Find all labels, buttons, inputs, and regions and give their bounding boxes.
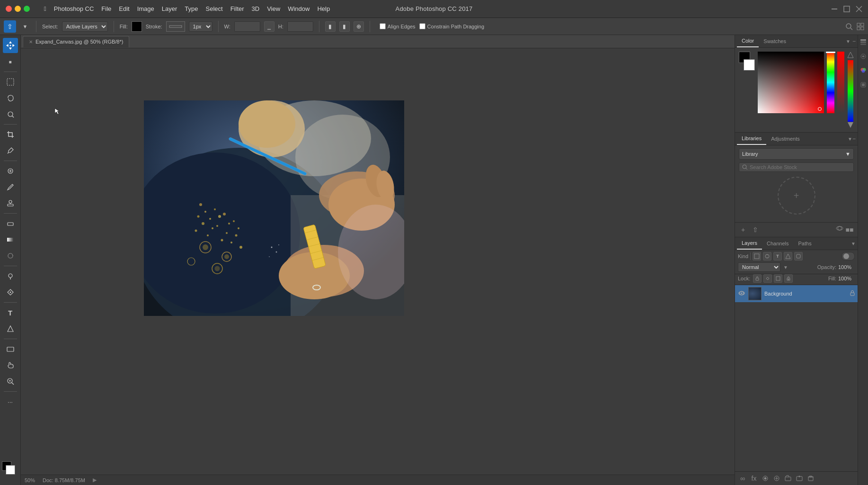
- restore-icon[interactable]: [843, 6, 850, 12]
- tab-close-btn[interactable]: ✕: [29, 39, 33, 45]
- status-arrow-btn[interactable]: ▶: [93, 477, 97, 483]
- stock-search[interactable]: [739, 162, 854, 172]
- zoom-btn[interactable]: [3, 374, 18, 389]
- menu-edit[interactable]: Edit: [119, 5, 129, 12]
- artboard-tool-btn[interactable]: ■: [3, 54, 18, 69]
- color-strip-bar[interactable]: [848, 60, 853, 122]
- panel-options-btn[interactable]: ▼: [846, 39, 850, 44]
- search-icon[interactable]: [845, 23, 853, 30]
- share-library-btn[interactable]: ⇧: [750, 225, 761, 235]
- minimize-button[interactable]: [15, 6, 21, 12]
- extras-toggle[interactable]: ▼: [20, 21, 30, 32]
- align-center-btn[interactable]: ▮: [339, 21, 350, 32]
- color-spectrum[interactable]: [758, 52, 824, 113]
- text-btn[interactable]: T: [3, 305, 18, 320]
- align-left-btn[interactable]: ▮: [325, 21, 336, 32]
- layer-fx-btn[interactable]: fx: [749, 474, 759, 483]
- libraries-collapse-btn[interactable]: −: [852, 135, 856, 142]
- kind-toggle[interactable]: [841, 252, 855, 260]
- align-edges-checkbox[interactable]: [380, 23, 386, 29]
- menu-image[interactable]: Image: [137, 5, 154, 12]
- link-aspect-btn[interactable]: ⎯: [264, 21, 275, 32]
- stamp-btn[interactable]: [3, 196, 18, 211]
- close-button[interactable]: [6, 6, 12, 12]
- tab-channels[interactable]: Channels: [762, 238, 793, 249]
- stroke-color-swatch[interactable]: [166, 21, 185, 32]
- library-empty-state[interactable]: +: [778, 177, 815, 215]
- fill-value[interactable]: 100%: [838, 276, 855, 281]
- menu-view[interactable]: View: [267, 5, 280, 12]
- color-panel-collapse[interactable]: −: [852, 38, 856, 45]
- lock-pixels-btn[interactable]: [753, 274, 762, 283]
- hand-btn[interactable]: [3, 358, 18, 373]
- layer-link-btn[interactable]: ∞: [738, 474, 747, 483]
- kind-text-icon[interactable]: T: [773, 252, 782, 260]
- opacity-value[interactable]: 100%: [838, 264, 855, 270]
- stroke-size-select[interactable]: 1px2px3px: [189, 21, 213, 32]
- alpha-slider[interactable]: [837, 52, 844, 113]
- layers-strip-icon[interactable]: [860, 39, 867, 45]
- pen-btn[interactable]: [3, 285, 18, 300]
- layers-options-btn[interactable]: ▼: [851, 241, 856, 246]
- layer-item[interactable]: Background: [735, 285, 858, 302]
- height-field[interactable]: [287, 21, 313, 32]
- eraser-btn[interactable]: [3, 216, 18, 231]
- brush-btn[interactable]: [3, 180, 18, 195]
- libraries-options-btn[interactable]: ▼: [848, 136, 852, 142]
- lasso-tool-btn[interactable]: [3, 90, 18, 106]
- menu-filter[interactable]: Filter: [230, 5, 244, 12]
- gradient-btn[interactable]: [3, 232, 18, 247]
- path-select-btn[interactable]: [3, 321, 18, 336]
- lock-artboard-btn[interactable]: [774, 274, 782, 283]
- kind-pixel-icon[interactable]: [753, 252, 761, 260]
- color-strip-icon[interactable]: [860, 67, 867, 74]
- menu-app-name[interactable]: Photoshop CC: [54, 5, 94, 12]
- canvas-viewport[interactable]: [21, 48, 735, 475]
- menu-type[interactable]: Type: [185, 5, 198, 12]
- kind-smart-icon[interactable]: [794, 252, 803, 260]
- marquee-tool-btn[interactable]: [3, 74, 18, 90]
- new-layer-btn[interactable]: [795, 474, 804, 483]
- shape-btn[interactable]: [3, 341, 18, 357]
- menu-apple[interactable]: : [44, 5, 46, 12]
- tab-adjustments[interactable]: Adjustments: [766, 133, 805, 144]
- eyedropper-btn[interactable]: [3, 143, 18, 158]
- constrain-checkbox[interactable]: [419, 23, 425, 29]
- menu-window[interactable]: Window: [288, 5, 310, 12]
- new-group-btn[interactable]: [783, 474, 793, 483]
- canvas-image[interactable]: [144, 100, 404, 316]
- hue-slider[interactable]: [827, 52, 834, 113]
- menu-help[interactable]: Help: [317, 5, 330, 12]
- workspace-icon[interactable]: [857, 23, 864, 30]
- menu-layer[interactable]: Layer: [162, 5, 177, 12]
- blend-mode-select[interactable]: Normal Multiply Screen: [738, 262, 780, 272]
- styles-strip-icon[interactable]: [860, 81, 867, 88]
- grid-view-btn[interactable]: ■■: [844, 225, 855, 235]
- menu-bar[interactable]:  Photoshop CC File Edit Image Layer Typ…: [44, 5, 330, 12]
- move-tool-options[interactable]: ⇧: [4, 20, 16, 33]
- menu-select[interactable]: Select: [206, 5, 223, 12]
- stock-search-input[interactable]: [750, 164, 850, 170]
- background-swatch[interactable]: [744, 59, 755, 71]
- kind-adjustment-icon[interactable]: [763, 252, 771, 260]
- kind-shape-icon[interactable]: [784, 252, 792, 260]
- background-color[interactable]: [6, 465, 15, 475]
- new-fill-btn[interactable]: [772, 474, 781, 483]
- tab-swatches[interactable]: Swatches: [759, 36, 791, 47]
- layer-mask-btn[interactable]: [761, 474, 770, 483]
- layer-visibility-btn[interactable]: [738, 290, 745, 298]
- tab-paths[interactable]: Paths: [794, 238, 816, 249]
- menu-3d[interactable]: 3D: [252, 5, 260, 12]
- dodge-btn[interactable]: [3, 269, 18, 284]
- tab-libraries[interactable]: Libraries: [737, 133, 766, 145]
- traffic-lights[interactable]: [6, 6, 30, 12]
- lock-position-btn[interactable]: [763, 274, 772, 283]
- delete-layer-btn[interactable]: [806, 474, 815, 483]
- width-field[interactable]: [234, 21, 260, 32]
- auto-align-btn[interactable]: ⊕: [354, 21, 364, 32]
- lock-all-btn[interactable]: [784, 274, 793, 283]
- document-tab[interactable]: ✕ Expand_Canvas.jpg @ 50% (RGB/8*): [23, 36, 129, 47]
- quick-select-btn[interactable]: [3, 107, 18, 122]
- add-library-btn[interactable]: +: [738, 225, 748, 235]
- menu-file[interactable]: File: [101, 5, 111, 12]
